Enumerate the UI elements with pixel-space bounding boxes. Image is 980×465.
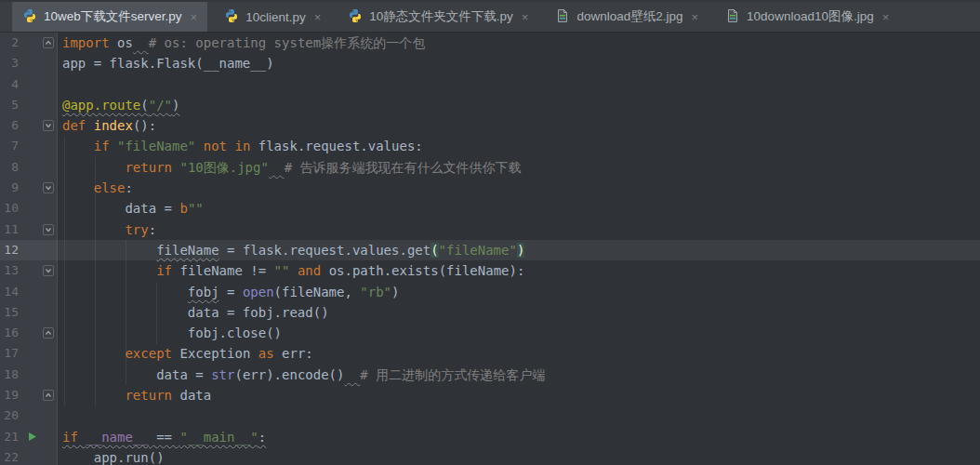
code-text[interactable]: if "fileName" not in flask.request.value… <box>59 136 980 156</box>
code-token: data = fobj.read() <box>188 305 329 320</box>
code-token <box>344 367 360 382</box>
gutter-cell[interactable]: 18 <box>0 365 59 385</box>
code-text[interactable]: fileName = flask.request.values.get("fil… <box>59 240 980 260</box>
code-line[interactable]: 10 data = b"" <box>0 198 980 219</box>
code-line[interactable]: 4 <box>0 74 980 95</box>
gutter-cell[interactable]: 9 <box>0 178 59 198</box>
code-line[interactable]: 9 else: <box>0 178 980 198</box>
code-token: if <box>156 263 179 278</box>
gutter-cell[interactable]: 20 <box>0 405 59 426</box>
code-line[interactable]: 19 return data <box>0 385 980 405</box>
gutter-cell[interactable]: 13 <box>0 260 59 281</box>
code-line[interactable]: 12 fileName = flask.request.values.get("… <box>0 240 980 260</box>
tab-close-icon[interactable]: × <box>522 11 529 23</box>
code-token: (): <box>133 118 156 133</box>
code-line[interactable]: 17 except Exception as err: <box>0 343 980 364</box>
code-line[interactable]: 6def index(): <box>0 115 980 136</box>
line-number: 3 <box>0 53 19 73</box>
fold-region-end-icon[interactable] <box>43 327 54 339</box>
code-token: except <box>125 346 179 361</box>
gutter-cell[interactable]: 4 <box>0 74 59 95</box>
code-line[interactable]: 5@app.route("/") <box>0 95 980 115</box>
code-token: "10图像.jpg" <box>179 160 268 175</box>
gutter-cell[interactable]: 16 <box>0 323 59 343</box>
tab-label: 10download10图像.jpg <box>747 8 874 25</box>
code-line[interactable]: 20 <box>0 405 980 426</box>
code-text[interactable]: return "10图像.jpg" # 告诉服务端我现在有什么文件供你下载 <box>59 157 980 178</box>
code-token: fobj.close() <box>188 326 282 340</box>
code-line[interactable]: 15 data = fobj.read() <box>0 302 980 323</box>
code-text[interactable]: if fileName != "" and os.path.exists(fil… <box>59 260 980 281</box>
fold-region-start-icon[interactable] <box>43 265 54 276</box>
code-text[interactable]: if __name__ == "__main__": <box>59 427 980 447</box>
run-script-icon[interactable] <box>26 432 37 443</box>
gutter-cell[interactable]: 19 <box>0 385 59 405</box>
gutter-cell[interactable]: 14 <box>0 282 59 302</box>
code-line[interactable]: 2import os # os: operating system操作系统的一个… <box>0 33 980 53</box>
editor-tab[interactable]: 10静态文件夹文件下载.py× <box>338 2 538 32</box>
line-number: 2 <box>0 33 19 53</box>
code-line[interactable]: 8 return "10图像.jpg" # 告诉服务端我现在有什么文件供你下载 <box>0 157 980 178</box>
code-text[interactable]: return data <box>59 385 980 405</box>
gutter-cell[interactable]: 21 <box>0 427 59 447</box>
code-token: "fileName" <box>117 139 195 153</box>
code-text[interactable]: app = flask.Flask(__name__) <box>59 53 980 73</box>
code-token <box>62 222 125 237</box>
gutter-cell[interactable]: 12 <box>0 240 59 260</box>
code-editor[interactable]: 2import os # os: operating system操作系统的一个… <box>0 33 980 465</box>
gutter-cell[interactable]: 5 <box>0 95 59 115</box>
code-token: # 告诉服务端我现在有什么文件供你下载 <box>285 160 522 175</box>
code-text[interactable]: else: <box>59 178 980 198</box>
fold-region-start-icon[interactable] <box>43 120 54 131</box>
code-text[interactable]: except Exception as err: <box>59 343 980 364</box>
gutter-cell[interactable]: 10 <box>0 198 59 219</box>
code-text[interactable]: data = b"" <box>59 198 980 219</box>
code-token <box>62 285 188 299</box>
code-text[interactable]: try: <box>59 219 980 240</box>
code-line[interactable]: 3app = flask.Flask(__name__) <box>0 53 980 73</box>
gutter-cell[interactable]: 7 <box>0 136 59 156</box>
code-line[interactable]: 18 data = str(err).encode() # 用二进制的方式传递给… <box>0 365 980 385</box>
fold-region-start-icon[interactable] <box>43 224 54 235</box>
gutter-cell[interactable]: 6 <box>0 115 59 136</box>
fold-region-end-icon[interactable] <box>43 390 54 401</box>
gutter-cell[interactable]: 22 <box>0 447 59 465</box>
code-text[interactable]: fobj = open(fileName, "rb") <box>59 282 980 302</box>
code-text[interactable]: import os # os: operating system操作系统的一个包 <box>59 33 980 53</box>
code-line[interactable]: 14 fobj = open(fileName, "rb") <box>0 282 980 302</box>
tab-close-icon[interactable]: × <box>191 11 198 23</box>
code-text[interactable]: app.run() <box>59 447 980 465</box>
editor-tab[interactable]: 10client.py× <box>214 2 331 32</box>
code-line[interactable]: 22 app.run() <box>0 447 980 465</box>
code-line[interactable]: 7 if "fileName" not in flask.request.val… <box>0 136 980 156</box>
code-token: "" <box>188 201 204 216</box>
gutter-cell[interactable]: 2 <box>0 33 59 53</box>
code-line[interactable]: 21if __name__ == "__main__": <box>0 427 980 447</box>
gutter-cell[interactable]: 8 <box>0 157 59 178</box>
gutter-cell[interactable]: 3 <box>0 53 59 73</box>
code-line[interactable]: 11 try: <box>0 219 980 240</box>
code-text[interactable] <box>59 74 980 95</box>
gutter-cell[interactable]: 17 <box>0 343 59 364</box>
code-token <box>62 346 125 361</box>
code-text[interactable]: data = str(err).encode() # 用二进制的方式传递给客户端 <box>59 365 980 385</box>
code-line[interactable]: 13 if fileName != "" and os.path.exists(… <box>0 260 980 281</box>
editor-tab[interactable]: 10web下载文件server.py× <box>12 2 207 32</box>
code-token: as <box>258 346 282 361</box>
gutter-cell[interactable]: 11 <box>0 219 59 240</box>
tab-close-icon[interactable]: × <box>882 11 890 23</box>
editor-tab[interactable]: download壁纸2.jpg× <box>545 2 709 32</box>
tab-close-icon[interactable]: × <box>314 11 322 23</box>
fold-region-start-icon[interactable] <box>43 182 54 193</box>
editor-tab[interactable]: 10download10图像.jpg× <box>715 2 899 32</box>
code-text[interactable]: @app.route("/") <box>59 95 980 115</box>
code-text[interactable]: data = fobj.read() <box>59 302 980 323</box>
gutter-cell[interactable]: 15 <box>0 302 59 323</box>
code-text[interactable]: fobj.close() <box>59 323 980 343</box>
code-line[interactable]: 16 fobj.close() <box>0 323 980 343</box>
line-number: 8 <box>0 157 19 178</box>
fold-region-end-icon[interactable] <box>43 37 54 48</box>
tab-close-icon[interactable]: × <box>692 11 699 23</box>
code-text[interactable] <box>59 405 980 426</box>
code-text[interactable]: def index(): <box>59 115 980 136</box>
